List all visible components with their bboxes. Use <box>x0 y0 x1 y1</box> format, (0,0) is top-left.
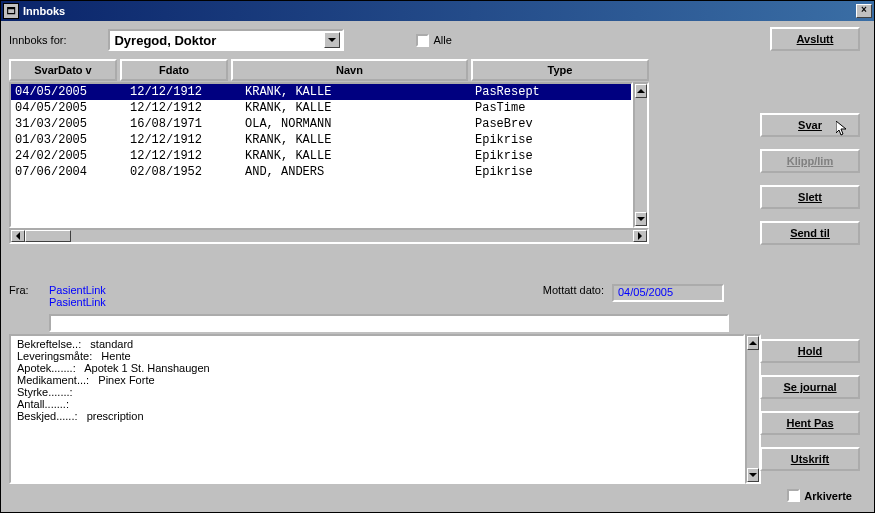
header-type[interactable]: Type <box>471 59 649 81</box>
details-scroll-down-icon[interactable] <box>747 468 759 482</box>
table-row[interactable]: 24/02/200512/12/1912KRANK, KALLEEpikrise <box>11 148 631 164</box>
details-scrollbar[interactable] <box>745 334 761 484</box>
window-title: Innboks <box>23 5 856 17</box>
chevron-down-icon[interactable] <box>324 32 340 48</box>
sejournal-button[interactable]: Se journal <box>760 375 860 399</box>
header-svardato[interactable]: SvarDato v <box>9 59 117 81</box>
scroll-thumb[interactable] <box>25 230 71 242</box>
details-text[interactable]: Bekreftelse..: standard Leveringsmåte: H… <box>9 334 745 484</box>
table-row[interactable]: 04/05/200512/12/1912KRANK, KALLEPasTime <box>11 100 631 116</box>
alle-label: Alle <box>433 34 451 46</box>
arkiverte-checkbox[interactable] <box>787 489 800 502</box>
mottatt-dato-field: 04/05/2005 <box>612 284 724 302</box>
scroll-down-icon[interactable] <box>635 212 647 226</box>
titlebar[interactable]: 🗔 Innboks × <box>1 1 874 21</box>
table-row[interactable]: 01/03/200512/12/1912KRANK, KALLEEpikrise <box>11 132 631 148</box>
message-listbox[interactable]: 04/05/200512/12/1912KRANK, KALLEPasResep… <box>9 82 633 228</box>
table-row[interactable]: 31/03/200516/08/1971OLA, NORMANNPaseBrev <box>11 116 631 132</box>
vertical-scrollbar[interactable] <box>633 82 649 228</box>
hold-button[interactable]: Hold <box>760 339 860 363</box>
alle-checkbox[interactable] <box>416 34 429 47</box>
slett-button[interactable]: Slett <box>760 185 860 209</box>
scroll-left-icon[interactable] <box>11 230 25 242</box>
fra-label: Fra: <box>9 284 49 296</box>
svg-marker-4 <box>638 232 642 240</box>
pasientlink-2[interactable]: PasientLink <box>49 296 349 308</box>
header-fdato[interactable]: Fdato <box>120 59 228 81</box>
arkiverte-label: Arkiverte <box>804 490 852 502</box>
subject-field[interactable] <box>49 314 729 332</box>
close-icon[interactable]: × <box>856 4 872 18</box>
hentpas-button[interactable]: Hent Pas <box>760 411 860 435</box>
svg-marker-1 <box>637 89 645 93</box>
klipplim-button[interactable]: Klipp/lim <box>760 149 860 173</box>
svg-marker-0 <box>328 38 336 42</box>
svg-marker-3 <box>16 232 20 240</box>
innboks-for-label: Innboks for: <box>9 34 66 46</box>
utskrift-button[interactable]: Utskrift <box>760 447 860 471</box>
message-list[interactable]: 04/05/200512/12/1912KRANK, KALLEPasResep… <box>9 82 649 228</box>
client-area: Innboks for: Dyregod, Doktor Alle Avslut… <box>1 21 874 512</box>
innboks-window: 🗔 Innboks × Innboks for: Dyregod, Doktor… <box>0 0 875 513</box>
header-navn[interactable]: Navn <box>231 59 468 81</box>
svg-marker-2 <box>637 217 645 221</box>
doctor-dropdown-text: Dyregod, Doktor <box>114 33 324 48</box>
scroll-right-icon[interactable] <box>633 230 647 242</box>
scroll-up-icon[interactable] <box>635 84 647 98</box>
table-row[interactable]: 04/05/200512/12/1912KRANK, KALLEPasResep… <box>11 84 631 100</box>
svg-marker-7 <box>749 473 757 477</box>
details-scroll-up-icon[interactable] <box>747 336 759 350</box>
doctor-dropdown[interactable]: Dyregod, Doktor <box>108 29 344 51</box>
mottatt-dato-label: Mottatt dato: <box>543 284 604 296</box>
horizontal-scrollbar[interactable] <box>9 228 649 244</box>
avslutt-button[interactable]: Avslutt <box>770 27 860 51</box>
svar-button[interactable]: Svar <box>760 113 860 137</box>
table-row[interactable]: 07/06/200402/08/1952AND, ANDERSEpikrise <box>11 164 631 180</box>
pasientlink-1[interactable]: PasientLink <box>49 284 349 296</box>
svg-marker-6 <box>749 341 757 345</box>
list-headers: SvarDato v Fdato Navn Type <box>9 59 649 81</box>
sendtil-button[interactable]: Send til <box>760 221 860 245</box>
app-icon: 🗔 <box>3 3 19 19</box>
